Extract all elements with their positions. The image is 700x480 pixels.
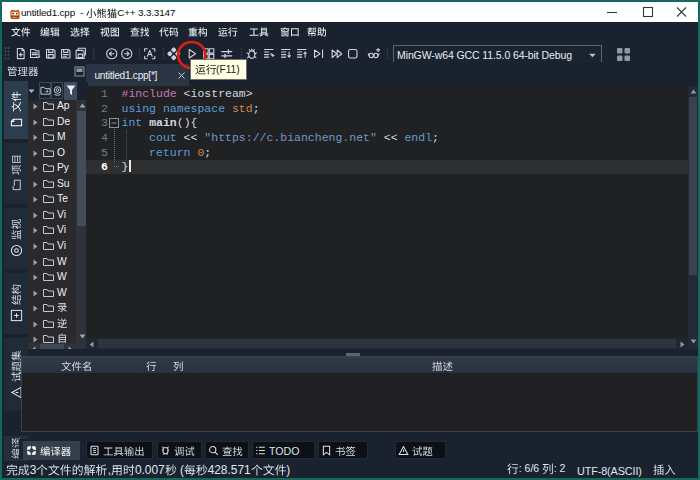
svg-text:DEV: DEV bbox=[12, 16, 17, 19]
